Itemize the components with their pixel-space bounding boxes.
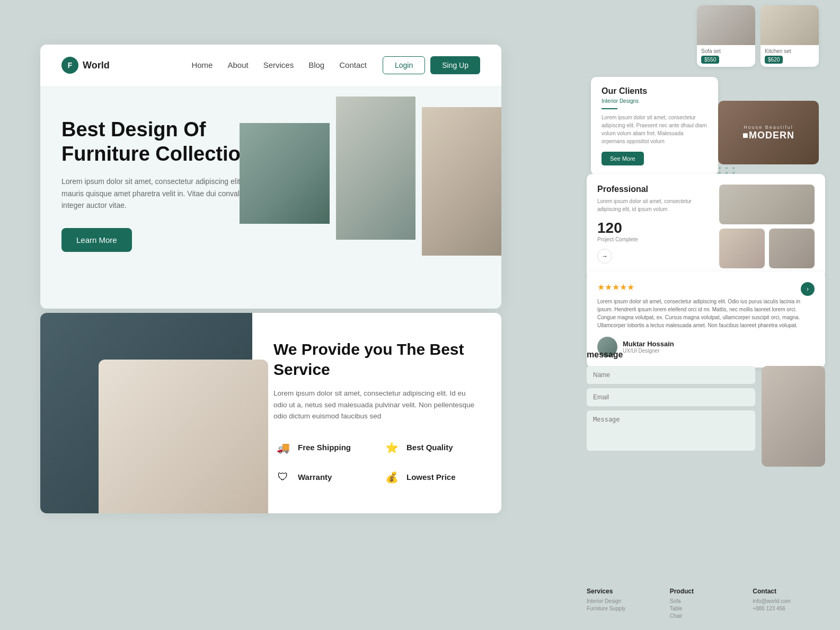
product-card-1-name: Sofa set [701, 48, 751, 54]
footer-col-services: Services Interior Design Furniture Suppl… [587, 588, 659, 620]
hero-images [240, 97, 501, 256]
hero-image-2 [336, 97, 415, 240]
quality-label: Best Quality [406, 443, 453, 452]
testimonial-stars: ★★★★★ [597, 282, 815, 292]
logo-icon: F [61, 57, 78, 74]
second-section: We Provide you The Best Service Lorem ip… [40, 313, 501, 513]
message-textarea[interactable] [587, 410, 755, 451]
product-card-1-price: $550 [701, 56, 719, 64]
footer-col-contact: Contact info@world.com +880 123 456 [753, 588, 825, 620]
message-room-image [762, 366, 825, 467]
footer-services-item-1[interactable]: Interior Design [587, 598, 659, 604]
next-button[interactable]: → [597, 249, 612, 264]
product-card-1-info: Sofa set $550 [697, 45, 755, 67]
feature-best-quality: ⭐ Best Quality [382, 438, 480, 457]
name-input[interactable] [587, 366, 755, 384]
signup-button[interactable]: Sing Up [430, 56, 480, 74]
message-section: message [587, 350, 825, 467]
clients-description: Lorem ipsum dolor sit amet, consectetur … [602, 113, 708, 145]
product-card-1[interactable]: Sofa set $550 [697, 5, 755, 67]
login-button[interactable]: Login [383, 56, 425, 74]
client-logo-brand: ■MODERN [742, 130, 794, 141]
shipping-icon: 🚚 [273, 438, 293, 457]
professional-image-3 [769, 229, 815, 268]
learn-more-button[interactable]: Learn More [61, 228, 132, 252]
footer-col-contact-title: Contact [753, 588, 825, 595]
product-card-2-name: Kitchen set [765, 48, 815, 54]
client-logo-small: House Beautiful [744, 125, 793, 130]
professional-images-row [719, 229, 815, 268]
feature-warranty: 🛡 Warranty [273, 468, 372, 487]
warranty-icon: 🛡 [273, 468, 293, 487]
feature-lowest-price: 💰 Lowest Price [382, 468, 480, 487]
clients-title: Our Clients [602, 86, 708, 96]
footer-contact-item-1: info@world.com [753, 598, 825, 604]
hero-description: Lorem ipsum dolor sit amet, consectetur … [61, 176, 263, 211]
product-card-2-info: Kitchen set $620 [761, 45, 819, 67]
product-card-2[interactable]: Kitchen set $620 [761, 5, 819, 67]
price-label: Lowest Price [406, 472, 456, 482]
stat-label: Project Complete [597, 237, 712, 242]
main-card: F World Home About Services Blog Contact… [40, 45, 501, 309]
product-card-2-price: $620 [765, 56, 783, 64]
professional-title: Professional [597, 185, 712, 194]
second-title: We Provide you The Best Service [273, 339, 480, 379]
footer-product-item-1[interactable]: Sofa [670, 598, 742, 604]
professional-images [719, 185, 815, 268]
hero-text: Best Design Of Furniture Collection Lore… [61, 118, 263, 252]
footer-product-item-3[interactable]: Chair [670, 613, 742, 619]
sofa-image [240, 123, 330, 224]
logo-name: World [83, 60, 110, 71]
logo: F World [61, 57, 110, 74]
second-section-image-inner [99, 360, 268, 513]
product-card-1-image [697, 5, 755, 45]
our-clients-card: Our Clients Interior Designs Lorem ipsum… [591, 77, 718, 175]
client-logo-card: House Beautiful ■MODERN [718, 101, 819, 164]
product-card-2-image [761, 5, 819, 45]
hero-image-1 [240, 123, 330, 224]
footer-col-services-title: Services [587, 588, 659, 595]
quality-icon: ⭐ [382, 438, 401, 457]
footer-col-product-title: Product [670, 588, 742, 595]
email-input[interactable] [587, 388, 755, 406]
price-icon: 💰 [382, 468, 401, 487]
chair-image [336, 97, 415, 240]
second-content: We Provide you The Best Service Lorem ip… [252, 313, 501, 513]
message-title: message [587, 350, 825, 360]
footer-nav: Services Interior Design Furniture Suppl… [587, 588, 825, 626]
shipping-label: Free Shipping [298, 443, 351, 452]
navbar: F World Home About Services Blog Contact… [40, 45, 501, 86]
message-form [587, 366, 755, 467]
nav-home[interactable]: Home [191, 60, 213, 69]
professional-text: Professional Lorem ipsum dolor sit amet,… [597, 185, 712, 268]
hero-section: Best Design Of Furniture Collection Lore… [40, 86, 501, 309]
hero-title: Best Design Of Furniture Collection [61, 118, 263, 166]
professional-image-2 [719, 229, 765, 268]
professional-section: Professional Lorem ipsum dolor sit amet,… [587, 174, 825, 279]
footer-services-item-2[interactable]: Furniture Supply [587, 606, 659, 611]
feature-free-shipping: 🚚 Free Shipping [273, 438, 372, 457]
message-layout [587, 366, 825, 467]
nav-links: Home About Services Blog Contact [191, 60, 366, 70]
nav-about[interactable]: About [227, 60, 248, 69]
nav-blog[interactable]: Blog [308, 60, 324, 69]
nav-services[interactable]: Services [263, 60, 294, 69]
footer-contact-item-2: +880 123 456 [753, 606, 825, 611]
professional-image-1 [719, 185, 815, 224]
footer-col-product: Product Sofa Table Chair [670, 588, 742, 620]
features-grid: 🚚 Free Shipping ⭐ Best Quality 🛡 Warrant… [273, 438, 480, 487]
hero-image-3 [422, 107, 501, 256]
testimonial-next-button[interactable]: › [801, 282, 815, 296]
divider [602, 108, 617, 109]
living-image [422, 107, 501, 256]
professional-description: Lorem ipsum dolor sit amet, consectetur … [597, 197, 712, 213]
footer-product-item-2[interactable]: Table [670, 606, 742, 611]
second-section-image [40, 313, 252, 513]
clients-subtitle: Interior Designs [602, 98, 708, 104]
second-description: Lorem ipsum dolor sit amet, consectetur … [273, 388, 480, 422]
warranty-label: Warranty [298, 472, 332, 482]
nav-contact[interactable]: Contact [339, 60, 367, 69]
stat-number: 120 [597, 220, 712, 237]
see-more-button[interactable]: See More [602, 152, 644, 165]
reviewer-name: Muktar Hossain [623, 340, 674, 348]
